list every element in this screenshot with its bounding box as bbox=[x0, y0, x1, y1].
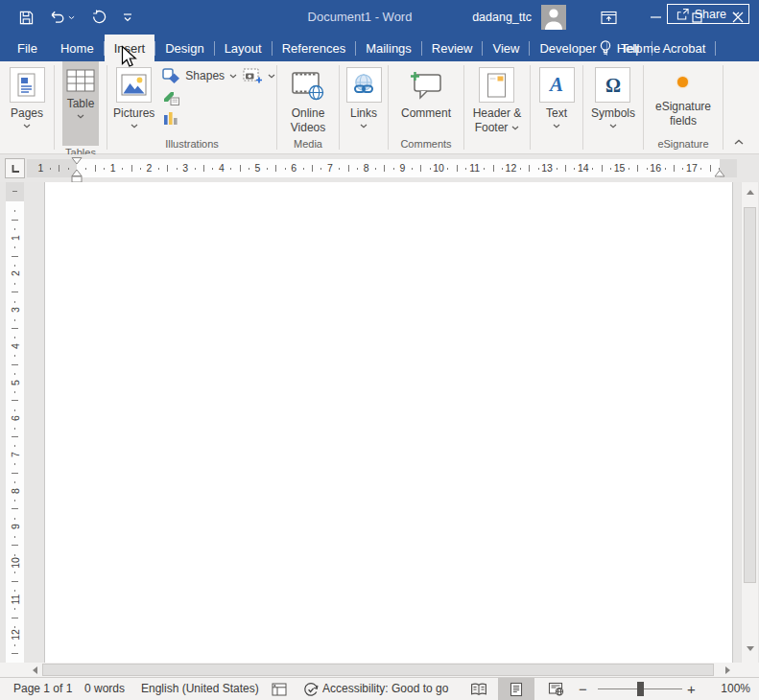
ruler-tick bbox=[12, 400, 18, 401]
tab-developer[interactable]: Developer bbox=[530, 35, 605, 61]
tab-layout[interactable]: Layout bbox=[215, 35, 272, 61]
tab-references[interactable]: References bbox=[273, 35, 355, 61]
ruler-number: 9 bbox=[10, 518, 21, 536]
accessibility-checker[interactable] bbox=[303, 682, 319, 700]
online-videos-button[interactable]: Online Videos bbox=[287, 65, 330, 135]
pictures-button[interactable]: Pictures bbox=[109, 65, 158, 128]
zoom-out-button[interactable]: − bbox=[579, 678, 587, 700]
tab-review[interactable]: Review bbox=[422, 35, 483, 61]
tab-home[interactable]: Home bbox=[51, 35, 104, 61]
screenshot-button[interactable] bbox=[243, 65, 275, 86]
ribbon-display-options-button[interactable] bbox=[593, 0, 624, 35]
ruler-tick bbox=[520, 168, 521, 170]
print-layout-button[interactable] bbox=[498, 678, 534, 700]
horizontal-scrollbar[interactable] bbox=[0, 663, 759, 677]
ruler-number: 5 bbox=[255, 159, 261, 177]
ruler-tick bbox=[14, 210, 15, 212]
tab-stop-selector[interactable] bbox=[5, 158, 25, 178]
user-avatar[interactable] bbox=[541, 5, 566, 30]
scroll-left-button[interactable] bbox=[27, 663, 42, 677]
undo-button[interactable] bbox=[50, 11, 75, 24]
language-indicator[interactable]: English (United States) bbox=[141, 678, 259, 700]
ruler-tick bbox=[14, 608, 15, 610]
document-page[interactable] bbox=[44, 182, 733, 663]
scroll-down-button[interactable] bbox=[743, 641, 757, 656]
signed-in-user[interactable]: dadang_ttc bbox=[472, 11, 532, 24]
right-indent-marker[interactable] bbox=[714, 169, 725, 177]
chart-button[interactable] bbox=[162, 109, 179, 127]
group-illustrations: Pictures Shapes bbox=[107, 61, 276, 153]
smartart-button[interactable] bbox=[162, 89, 179, 106]
ruler-tick bbox=[240, 165, 241, 172]
scroll-right-button[interactable] bbox=[720, 663, 735, 677]
chevron-down-icon bbox=[77, 114, 84, 119]
shapes-button[interactable]: Shapes bbox=[162, 65, 237, 86]
group-symbols: Ω Symbols bbox=[583, 61, 643, 153]
title-bar: Document1 - Word dadang_ttc bbox=[0, 0, 759, 35]
ruler-tick bbox=[59, 165, 59, 172]
ruler-tick bbox=[602, 165, 603, 172]
text-button[interactable]: A Text bbox=[535, 65, 579, 128]
tab-design[interactable]: Design bbox=[155, 35, 213, 61]
horizontal-scroll-thumb[interactable] bbox=[42, 664, 714, 676]
zoom-level[interactable]: 100% bbox=[710, 678, 750, 700]
links-button[interactable]: Links bbox=[343, 65, 386, 128]
ruler-number: 8 bbox=[10, 481, 21, 500]
web-layout-button[interactable] bbox=[538, 678, 573, 700]
triangle-right-icon bbox=[725, 666, 730, 674]
tab-acrobat[interactable]: Acrobat bbox=[652, 35, 715, 61]
pages-button[interactable]: Pages bbox=[6, 65, 49, 128]
vertical-scroll-thumb[interactable] bbox=[744, 207, 756, 583]
screenshot-icon bbox=[243, 68, 263, 84]
symbols-button[interactable]: Ω Symbols bbox=[587, 65, 639, 128]
ruler-tick bbox=[412, 168, 413, 170]
customize-qat-button[interactable] bbox=[123, 12, 132, 22]
chevron-down-icon bbox=[732, 12, 740, 16]
online-videos-label-line1: Online bbox=[292, 106, 325, 121]
repeat-button[interactable] bbox=[91, 10, 107, 25]
zoom-slider-handle[interactable] bbox=[637, 682, 644, 696]
comment-button[interactable]: Comment bbox=[397, 65, 455, 121]
chevron-down-icon bbox=[229, 74, 237, 79]
tab-file[interactable]: File bbox=[4, 35, 51, 61]
page-indicator[interactable]: Page 1 of 1 bbox=[13, 678, 72, 700]
scroll-up-button[interactable] bbox=[743, 184, 757, 199]
indent-markers[interactable] bbox=[71, 157, 83, 183]
ruler-tick bbox=[14, 319, 15, 321]
chevron-down-icon bbox=[609, 124, 617, 128]
ruler-tick bbox=[493, 165, 494, 172]
table-button[interactable]: Table bbox=[62, 61, 99, 146]
zoom-slider[interactable] bbox=[598, 688, 682, 689]
ruler-tick bbox=[167, 165, 168, 172]
group-tables: Table Tables bbox=[55, 61, 107, 153]
accessibility-icon bbox=[303, 682, 319, 697]
customize-qat-icon bbox=[123, 12, 132, 22]
macro-recording-button[interactable] bbox=[272, 682, 287, 700]
accessibility-status[interactable]: Accessibility: Good to go bbox=[322, 678, 448, 700]
online-videos-icon bbox=[292, 70, 324, 101]
word-count[interactable]: 0 words bbox=[84, 678, 125, 700]
ruler-tick bbox=[14, 246, 15, 248]
tab-mailings[interactable]: Mailings bbox=[356, 35, 421, 61]
read-mode-button[interactable] bbox=[462, 678, 496, 700]
ruler-tick bbox=[465, 168, 466, 170]
ruler-tick bbox=[104, 168, 105, 170]
ruler-tick bbox=[122, 168, 123, 170]
quick-access-toolbar bbox=[19, 0, 132, 35]
tab-view[interactable]: View bbox=[483, 35, 529, 61]
tell-me[interactable]: Tell me bbox=[599, 35, 660, 61]
collapse-ribbon-button[interactable] bbox=[728, 134, 749, 150]
ruler-tick bbox=[12, 581, 18, 582]
share-button[interactable]: Share bbox=[667, 4, 749, 24]
ruler-tick bbox=[557, 168, 557, 170]
ruler-number: 2 bbox=[146, 159, 152, 177]
save-button[interactable] bbox=[19, 11, 34, 25]
header-footer-button[interactable]: Header & Footer bbox=[469, 65, 526, 135]
zoom-in-button[interactable]: + bbox=[687, 678, 696, 700]
ruler-tick bbox=[14, 536, 15, 538]
group-label-media: Media bbox=[277, 137, 339, 153]
vertical-scrollbar[interactable] bbox=[741, 182, 758, 663]
person-icon bbox=[541, 5, 566, 30]
links-label: Links bbox=[350, 106, 377, 121]
esignature-fields-button[interactable]: eSignature fields bbox=[652, 65, 715, 128]
